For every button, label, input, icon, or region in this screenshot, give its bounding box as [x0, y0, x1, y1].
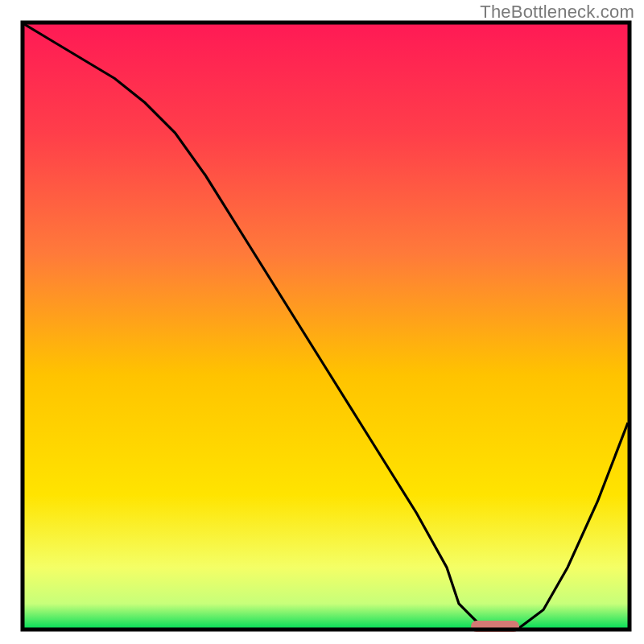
chart-container: TheBottleneck.com — [0, 0, 644, 644]
chart-svg — [0, 0, 644, 644]
plot-background — [24, 24, 628, 628]
